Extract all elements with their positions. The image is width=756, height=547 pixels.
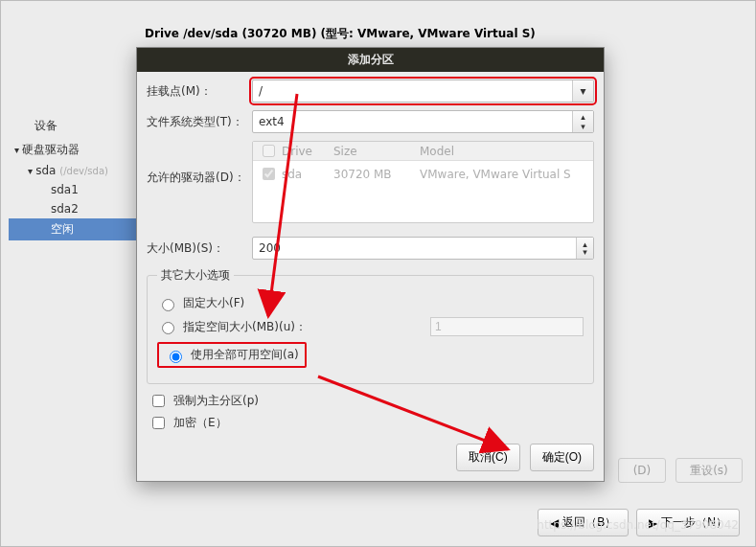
allowable-drives-label: 允许的驱动器(D)： <box>147 141 252 186</box>
updown-icon: ▴▾ <box>572 111 593 132</box>
col-size: Size <box>333 145 410 158</box>
size-label: 大小(MB)(S)： <box>147 240 252 257</box>
drive-header-checkbox <box>263 145 275 157</box>
tree-node-free[interactable]: 空闲 <box>9 218 149 240</box>
device-tree: 硬盘驱动器 sda (/dev/sda) sda1 sda2 空闲 <box>9 139 133 240</box>
opt-fixed-label: 固定大小(F) <box>183 295 244 311</box>
add-partition-dialog: 添加分区 挂载点(M)： / ▾ 文件系统类型(T)： ext4 ▴▾ 允许的驱… <box>136 47 605 482</box>
spinner-updown-icon: ▴▾ <box>576 238 593 259</box>
additional-size-options: 其它大小选项 固定大小(F) 指定空间大小(MB)(u)： 使用全部可用空间(a… <box>147 267 594 384</box>
col-model: Model <box>420 145 593 158</box>
encrypt-label: 加密（E） <box>173 415 227 431</box>
tree-node-sda[interactable]: sda (/dev/sda) <box>9 161 133 180</box>
tree-node-sda1[interactable]: sda1 <box>9 180 133 199</box>
opt-all-radio[interactable] <box>170 351 182 363</box>
encrypt-checkbox[interactable] <box>152 417 165 429</box>
drive-row-checkbox <box>263 168 275 180</box>
col-drive: Drive <box>282 145 324 158</box>
fs-type-combo[interactable]: ext4 ▴▾ <box>252 110 594 133</box>
mount-point-value: / <box>259 84 263 98</box>
force-primary-label: 强制为主分区(p) <box>173 393 259 409</box>
size-value: 200 <box>259 241 281 255</box>
opt-fixed-radio[interactable] <box>162 299 174 311</box>
fs-type-value: ext4 <box>259 115 285 128</box>
dialog-title: 添加分区 <box>137 48 604 72</box>
chevron-down-icon: ▾ <box>572 80 593 102</box>
force-primary-checkbox[interactable] <box>152 395 165 407</box>
opt-all-label: 使用全部可用空间(a) <box>191 347 299 363</box>
reset-button-disabled: 重设(s) <box>676 458 743 483</box>
fs-type-label: 文件系统类型(T)： <box>147 114 252 130</box>
tree-node-hdd[interactable]: 硬盘驱动器 <box>9 139 133 161</box>
column-header-device: 设备 <box>34 118 57 134</box>
raid-button-disabled: (D) <box>618 458 666 483</box>
mount-point-label: 挂载点(M)： <box>147 83 252 100</box>
opt-specify-radio[interactable] <box>162 322 174 334</box>
allowable-drives-table: Drive Size Model sda 30720 MB VMware, VM… <box>252 141 594 223</box>
watermark: https://blog.csdn.net/qq_37908042 <box>537 518 739 532</box>
size-spinner[interactable]: 200 ▴▾ <box>252 237 594 260</box>
mount-point-combo[interactable]: / ▾ <box>252 80 594 103</box>
drive-header: Drive /dev/sda (30720 MB) (型号: VMware, V… <box>137 22 755 46</box>
tree-node-sda2[interactable]: sda2 <box>9 199 133 218</box>
opt-specify-input <box>430 317 584 336</box>
drive-row-sda: sda 30720 MB VMware, VMware Virtual S <box>253 161 593 183</box>
cancel-button[interactable]: 取消(C) <box>456 444 520 471</box>
additional-size-legend: 其它大小选项 <box>157 267 234 284</box>
opt-specify-label: 指定空间大小(MB)(u)： <box>183 319 307 335</box>
ok-button[interactable]: 确定(O) <box>530 444 594 471</box>
